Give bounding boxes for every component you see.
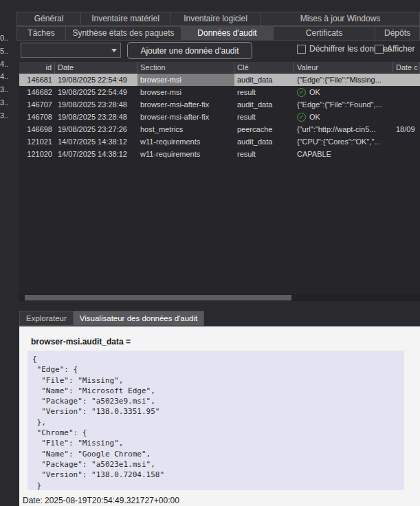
show-checkbox-label: Afficher xyxy=(387,44,415,54)
cell-value-text: OK xyxy=(309,113,320,121)
cell-key: result xyxy=(234,111,294,123)
cell-key: audit_data xyxy=(234,135,294,148)
chevron-down-icon xyxy=(108,43,120,57)
table-row[interactable]: 146682 19/08/2025 22:54:49 browser-msi r… xyxy=(19,86,420,98)
cell-date: 14/07/2025 14:38:12 xyxy=(55,135,137,148)
gutter-item: 0.. xyxy=(0,34,10,47)
table-row[interactable]: 146707 19/08/2025 23:28:48 browser-msi-a… xyxy=(19,98,420,111)
cell-id: 146707 xyxy=(19,98,55,111)
audit-json-content: { "Edge": { "File": "Missing", "Name": "… xyxy=(27,351,404,490)
checkbox-box[interactable] xyxy=(297,45,306,54)
column-header-date[interactable]: Date xyxy=(55,62,137,73)
cell-section: w11-requirements xyxy=(137,135,234,148)
table-row[interactable]: 121021 14/07/2025 14:38:12 w11-requireme… xyxy=(19,135,420,148)
cell-value-text: OK xyxy=(309,88,320,96)
show-checkbox[interactable]: Afficher xyxy=(375,44,415,54)
checkbox-box[interactable] xyxy=(375,45,384,54)
cell-date: 14/07/2025 14:38:12 xyxy=(55,148,137,160)
table-row[interactable]: 146698 19/08/2025 23:27:26 host_metrics … xyxy=(19,123,420,135)
cell-id: 146698 xyxy=(19,123,55,135)
cell-date2 xyxy=(393,111,420,123)
viewer-title: browser-msi.audit_data = xyxy=(31,337,131,346)
column-header-valeur[interactable]: Valeur xyxy=(294,62,393,73)
audit-data-viewer-panel: browser-msi.audit_data = { "Edge": { "Fi… xyxy=(19,326,420,506)
cell-value: ✓ OK xyxy=(294,86,393,98)
bottom-tab-bar: Explorateur Visualisateur des données d'… xyxy=(19,311,204,326)
gutter-item: 5.. xyxy=(0,47,10,60)
column-header-cle[interactable]: Clé xyxy=(234,62,294,73)
tab-bar-row2: Tâches Synthèse états des paquets Donnée… xyxy=(16,26,420,41)
cell-key: audit_data xyxy=(234,74,294,86)
cell-section: browser-msi xyxy=(137,74,234,86)
add-audit-data-button[interactable]: Ajouter une donnée d'audit xyxy=(127,42,252,59)
cell-date: 19/08/2025 23:28:48 xyxy=(55,111,137,123)
gutter-item: 4.. xyxy=(0,60,10,73)
tab-inventaire-materiel[interactable]: Inventaire matériel xyxy=(81,12,170,26)
cell-date2 xyxy=(393,74,420,86)
gutter-item: 3.. xyxy=(0,85,10,98)
tab-explorateur[interactable]: Explorateur xyxy=(19,311,73,326)
tab-certificats[interactable]: Certificats xyxy=(274,26,375,41)
cell-section: browser-msi xyxy=(137,86,234,98)
column-header-id[interactable]: id xyxy=(19,62,55,73)
cell-value: CAPABLE xyxy=(294,148,393,160)
tab-depots[interactable]: Dépôts xyxy=(375,26,420,41)
combobox-value xyxy=(21,43,108,57)
cell-date2 xyxy=(393,148,420,160)
cell-key: peercache xyxy=(234,123,294,135)
cell-key: result xyxy=(234,148,294,160)
cell-key: audit_data xyxy=(234,98,294,111)
cell-key: result xyxy=(234,86,294,98)
cell-id: 146708 xyxy=(19,111,55,123)
tab-visualisateur-donnees-audit[interactable]: Visualisateur des données d'audit xyxy=(73,311,204,326)
horizontal-scrollbar-thumb[interactable] xyxy=(25,295,291,300)
tab-synthese-etats-paquets[interactable]: Synthèse états des paquets xyxy=(66,26,181,41)
table-row[interactable]: 146681 19/08/2025 22:54:49 browser-msi a… xyxy=(19,74,420,86)
cell-id: 146681 xyxy=(19,74,55,86)
gutter-item: 3.. xyxy=(0,98,10,111)
tab-donnees-audit[interactable]: Données d'audit xyxy=(181,26,274,41)
left-gutter: 0.. 5.. 4.. 4.. 3.. 3.. 3.. xyxy=(0,34,10,124)
cell-date: 19/08/2025 23:28:48 xyxy=(55,98,137,111)
table-row[interactable]: 146708 19/08/2025 23:28:48 browser-msi-a… xyxy=(19,111,420,123)
grid-header: id Date Section Clé Valeur Date c xyxy=(19,62,420,74)
viewer-date-line: Date: 2025-08-19T20:54:49.321727+00:00 xyxy=(23,496,179,505)
cell-section: w11-requirements xyxy=(137,148,234,160)
cell-id: 121020 xyxy=(19,148,55,160)
cell-value: {"Edge":{"File":"Missing... xyxy=(294,74,393,86)
ok-check-icon: ✓ xyxy=(297,113,306,122)
audit-filter-combobox[interactable] xyxy=(21,43,121,58)
column-header-date2[interactable]: Date c xyxy=(393,62,420,73)
cell-section: browser-msi-after-fix xyxy=(137,111,234,123)
tab-general[interactable]: Général xyxy=(16,12,81,26)
table-row[interactable]: 121020 14/07/2025 14:38:12 w11-requireme… xyxy=(19,148,420,160)
cell-date2: 18/09 xyxy=(393,123,420,135)
cell-value: {"CPU":{"Cores":"OK","... xyxy=(294,135,393,148)
audit-data-grid: id Date Section Clé Valeur Date c 146681… xyxy=(19,62,420,301)
cell-section: host_metrics xyxy=(137,123,234,135)
cell-section: browser-msi-after-fix xyxy=(137,98,234,111)
tab-mises-a-jour-windows[interactable]: Mises à jour Windows xyxy=(261,12,420,26)
ok-check-icon: ✓ xyxy=(297,88,306,97)
wapt-console-window: 0.. 5.. 4.. 4.. 3.. 3.. 3.. Général Inve… xyxy=(0,0,420,506)
cell-value: {"url":"http://wapt-cin5... xyxy=(294,123,393,135)
cell-date: 19/08/2025 22:54:49 xyxy=(55,74,137,86)
cell-date2 xyxy=(393,98,420,111)
cell-value: {"Edge":{"File":"Found",... xyxy=(294,98,393,111)
cell-value: ✓ OK xyxy=(294,111,393,123)
gutter-item: 4.. xyxy=(0,72,10,85)
cell-date2 xyxy=(393,86,420,98)
cell-id: 146682 xyxy=(19,86,55,98)
cell-date: 19/08/2025 23:27:26 xyxy=(55,123,137,135)
cell-date2 xyxy=(393,135,420,148)
gutter-item: 3.. xyxy=(0,111,10,124)
horizontal-scrollbar[interactable] xyxy=(19,294,420,301)
cell-date: 19/08/2025 22:54:49 xyxy=(55,86,137,98)
tab-inventaire-logiciel[interactable]: Inventaire logiciel xyxy=(170,12,261,26)
tab-taches[interactable]: Tâches xyxy=(16,26,66,41)
cell-id: 121021 xyxy=(19,135,55,148)
column-header-section[interactable]: Section xyxy=(137,62,234,73)
tab-bar-row1: Général Inventaire matériel Inventaire l… xyxy=(16,12,420,26)
